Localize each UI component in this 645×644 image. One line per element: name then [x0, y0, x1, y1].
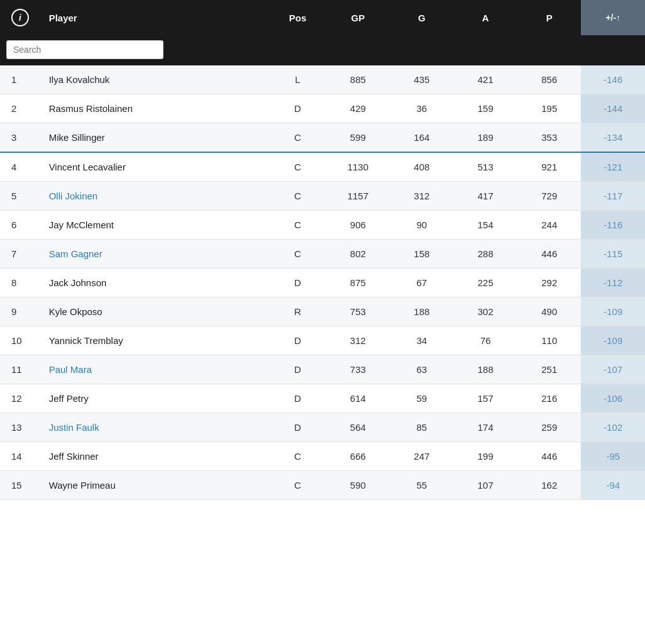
plusminus-cell: -121: [581, 152, 645, 182]
rank-cell: 6: [0, 211, 43, 240]
gp-cell: 599: [326, 123, 390, 153]
player-name-cell[interactable]: Jeff Petry: [43, 384, 270, 413]
pos-cell: D: [269, 384, 326, 413]
player-name-cell[interactable]: Ilya Kovalchuk: [43, 65, 270, 94]
plusminus-cell: -117: [581, 182, 645, 211]
rank-cell: 4: [0, 152, 43, 182]
player-name-cell[interactable]: Yannick Tremblay: [43, 326, 270, 355]
player-name-cell[interactable]: Jay McClement: [43, 211, 270, 240]
table-row: 9 Kyle Okposo R 753 188 302 490 -109: [0, 297, 645, 326]
a-cell: 199: [454, 442, 517, 471]
a-cell: 107: [454, 471, 517, 500]
g-cell: 435: [390, 65, 453, 94]
player-name-cell[interactable]: Mike Sillinger: [43, 123, 270, 153]
pos-cell: D: [269, 413, 326, 442]
rank-cell: 8: [0, 269, 43, 297]
table-row: 2 Rasmus Ristolainen D 429 36 159 195 -1…: [0, 94, 645, 123]
search-cell: [0, 35, 645, 65]
player-name-cell[interactable]: Vincent Lecavalier: [43, 152, 270, 182]
rank-cell: 12: [0, 384, 43, 413]
g-cell: 164: [390, 123, 453, 153]
table-body: 1 Ilya Kovalchuk L 885 435 421 856 -146 …: [0, 65, 645, 500]
g-cell: 312: [390, 182, 453, 211]
rank-cell: 14: [0, 442, 43, 471]
stats-table: i Player Pos GP G A P +/-↑ 1 Ilya Kovalc…: [0, 0, 645, 500]
a-cell: 288: [454, 240, 517, 269]
table-row: 10 Yannick Tremblay D 312 34 76 110 -109: [0, 326, 645, 355]
rank-cell: 13: [0, 413, 43, 442]
gp-cell: 590: [326, 471, 390, 500]
gp-cell: 614: [326, 384, 390, 413]
plusminus-cell: -116: [581, 211, 645, 240]
rank-cell: 3: [0, 123, 43, 153]
plusminus-cell: -115: [581, 240, 645, 269]
g-cell: 67: [390, 269, 453, 297]
p-cell: 490: [517, 297, 581, 326]
info-icon[interactable]: i: [11, 9, 29, 26]
table-row: 14 Jeff Skinner C 666 247 199 446 -95: [0, 442, 645, 471]
player-name-cell[interactable]: Jack Johnson: [43, 269, 270, 297]
player-name-cell[interactable]: Kyle Okposo: [43, 297, 270, 326]
p-cell: 729: [517, 182, 581, 211]
pos-cell: L: [269, 65, 326, 94]
gp-cell: 564: [326, 413, 390, 442]
player-name-cell[interactable]: Olli Jokinen: [43, 182, 270, 211]
player-name-cell[interactable]: Rasmus Ristolainen: [43, 94, 270, 123]
plusminus-cell: -95: [581, 442, 645, 471]
column-header-row: i Player Pos GP G A P +/-↑: [0, 0, 645, 35]
gp-cell: 666: [326, 442, 390, 471]
rank-cell: 1: [0, 65, 43, 94]
p-cell: 110: [517, 326, 581, 355]
player-name-cell[interactable]: Jeff Skinner: [43, 442, 270, 471]
gp-header[interactable]: GP: [326, 0, 390, 35]
pos-header[interactable]: Pos: [269, 0, 326, 35]
g-cell: 55: [390, 471, 453, 500]
pos-cell: D: [269, 355, 326, 384]
table-row: 6 Jay McClement C 906 90 154 244 -116: [0, 211, 645, 240]
pos-cell: D: [269, 326, 326, 355]
p-cell: 446: [517, 240, 581, 269]
p-cell: 921: [517, 152, 581, 182]
plusminus-cell: -109: [581, 326, 645, 355]
a-cell: 189: [454, 123, 517, 153]
player-header[interactable]: Player: [43, 0, 270, 35]
p-cell: 195: [517, 94, 581, 123]
pos-cell: R: [269, 297, 326, 326]
plusminus-cell: -144: [581, 94, 645, 123]
player-name-cell[interactable]: Paul Mara: [43, 355, 270, 384]
plusminus-header[interactable]: +/-↑: [581, 0, 645, 35]
gp-cell: 753: [326, 297, 390, 326]
plusminus-cell: -106: [581, 384, 645, 413]
player-name-cell[interactable]: Wayne Primeau: [43, 471, 270, 500]
pos-cell: C: [269, 442, 326, 471]
g-cell: 188: [390, 297, 453, 326]
a-cell: 157: [454, 384, 517, 413]
plusminus-cell: -102: [581, 413, 645, 442]
table-row: 4 Vincent Lecavalier C 1130 408 513 921 …: [0, 152, 645, 182]
p-cell: 244: [517, 211, 581, 240]
a-cell: 188: [454, 355, 517, 384]
a-cell: 76: [454, 326, 517, 355]
search-input[interactable]: [6, 40, 163, 59]
gp-cell: 875: [326, 269, 390, 297]
player-name-cell[interactable]: Sam Gagner: [43, 240, 270, 269]
p-cell: 162: [517, 471, 581, 500]
gp-cell: 1130: [326, 152, 390, 182]
table-row: 13 Justin Faulk D 564 85 174 259 -102: [0, 413, 645, 442]
player-name-cell[interactable]: Justin Faulk: [43, 413, 270, 442]
gp-cell: 885: [326, 65, 390, 94]
p-header[interactable]: P: [517, 0, 581, 35]
plusminus-cell: -112: [581, 269, 645, 297]
stats-table-container: i Player Pos GP G A P +/-↑ 1 Ilya Kovalc…: [0, 0, 645, 500]
g-header[interactable]: G: [390, 0, 453, 35]
g-cell: 59: [390, 384, 453, 413]
a-cell: 154: [454, 211, 517, 240]
table-row: 15 Wayne Primeau C 590 55 107 162 -94: [0, 471, 645, 500]
pos-cell: C: [269, 471, 326, 500]
g-cell: 247: [390, 442, 453, 471]
a-cell: 421: [454, 65, 517, 94]
pos-cell: C: [269, 123, 326, 153]
a-header[interactable]: A: [454, 0, 517, 35]
gp-cell: 429: [326, 94, 390, 123]
rank-cell: 11: [0, 355, 43, 384]
